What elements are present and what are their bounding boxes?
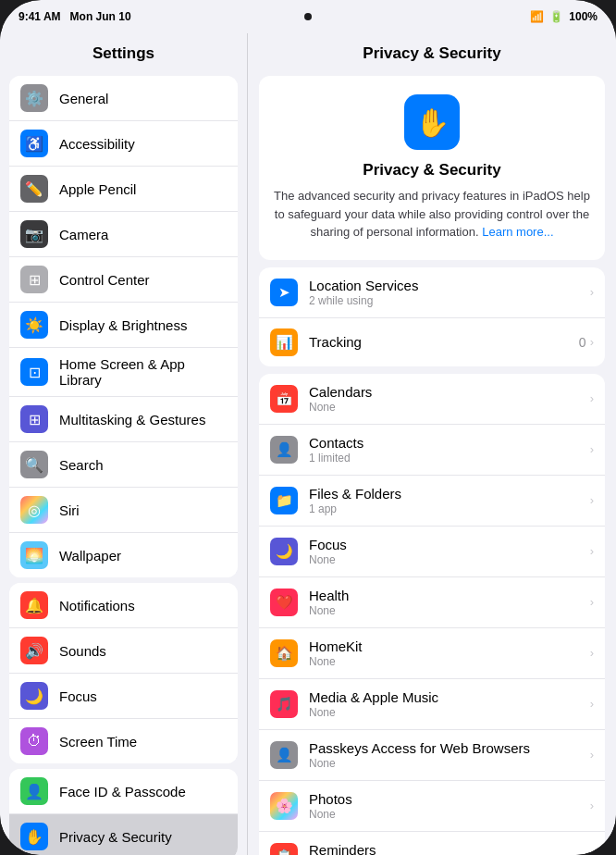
- row-tracking[interactable]: 📊 Tracking 0 ›: [259, 318, 605, 366]
- row-health[interactable]: ❤️ Health None ›: [259, 577, 605, 628]
- notifications-icon: 🔔: [20, 591, 48, 619]
- sidebar-label-siri: Siri: [59, 502, 80, 518]
- health-title: Health: [309, 588, 579, 603]
- sidebar-item-control-center[interactable]: ⊞ Control Center: [9, 257, 238, 303]
- sidebar-item-siri[interactable]: ◎ Siri: [9, 488, 238, 533]
- wifi-icon: 📶: [530, 10, 544, 23]
- reminders-text: Reminders None: [309, 842, 579, 856]
- sidebar-section-3: 👤 Face ID & Passcode ✋ Privacy & Securit…: [9, 769, 238, 855]
- homekit-icon: 🏠: [270, 639, 298, 667]
- location-services-title: Location Services: [309, 278, 579, 293]
- health-text: Health None: [309, 588, 579, 617]
- chevron-icon: ›: [590, 335, 594, 349]
- passkeys-right: ›: [590, 748, 594, 762]
- sidebar-item-screen-time[interactable]: ⏱ Screen Time: [9, 719, 238, 763]
- device-frame: 9:41 AM Mon Jun 10 📶 🔋 100% Settings ⚙️ …: [0, 0, 616, 855]
- main-title: Privacy & Security: [248, 33, 616, 70]
- contacts-text: Contacts 1 limited: [309, 435, 579, 465]
- sidebar-label-home-screen: Home Screen & App Library: [59, 356, 227, 388]
- photos-text: Photos None: [309, 791, 579, 821]
- media-music-title: Media & Apple Music: [309, 689, 579, 705]
- chevron-icon: ›: [590, 544, 594, 558]
- contacts-icon: 👤: [270, 436, 298, 464]
- sidebar-label-face-id: Face ID & Passcode: [59, 784, 186, 799]
- row-media-music[interactable]: 🎵 Media & Apple Music None ›: [259, 679, 605, 730]
- location-services-right: ›: [590, 285, 594, 299]
- homekit-title: HomeKit: [309, 638, 579, 654]
- row-location-services[interactable]: ➤ Location Services 2 while using ›: [259, 267, 605, 318]
- photos-icon: 🌸: [270, 792, 298, 820]
- face-id-icon: 👤: [20, 777, 48, 805]
- row-focus[interactable]: 🌙 Focus None ›: [259, 527, 605, 577]
- contacts-title: Contacts: [309, 435, 579, 451]
- sidebar-item-camera[interactable]: 📷 Camera: [9, 212, 238, 257]
- general-icon: ⚙️: [20, 84, 48, 112]
- chevron-icon: ›: [590, 493, 594, 507]
- location-services-text: Location Services 2 while using: [309, 278, 579, 307]
- sidebar-label-accessibility: Accessibility: [59, 136, 135, 152]
- row-homekit[interactable]: 🏠 HomeKit None ›: [259, 628, 605, 679]
- row-files-folders[interactable]: 📁 Files & Folders 1 app ›: [259, 476, 605, 527]
- tracking-title: Tracking: [309, 334, 568, 350]
- sidebar-item-multitasking[interactable]: ⊞ Multitasking & Gestures: [9, 397, 238, 442]
- learn-more-link[interactable]: Learn more...: [482, 225, 553, 239]
- main-content: Privacy & Security ✋ Privacy & Security …: [248, 33, 616, 855]
- wallpaper-icon: 🌅: [20, 541, 48, 569]
- multitasking-icon: ⊞: [20, 405, 48, 433]
- chevron-icon: ›: [590, 697, 594, 711]
- chevron-icon: ›: [590, 849, 594, 855]
- focus-title: Focus: [309, 537, 579, 552]
- sidebar-item-home-screen[interactable]: ⊡ Home Screen & App Library: [9, 348, 238, 397]
- sidebar-item-focus[interactable]: 🌙 Focus: [9, 674, 238, 719]
- sidebar-item-accessibility[interactable]: ♿ Accessibility: [9, 121, 238, 167]
- location-tracking-section: ➤ Location Services 2 while using › 📊 Tr…: [259, 267, 605, 366]
- sidebar-item-sounds[interactable]: 🔊 Sounds: [9, 628, 238, 674]
- reminders-icon: 📋: [270, 843, 298, 856]
- files-folders-subtitle: 1 app: [309, 502, 579, 515]
- hero-description: The advanced security and privacy featur…: [274, 187, 590, 242]
- sidebar-item-notifications[interactable]: 🔔 Notifications: [9, 583, 238, 628]
- sidebar-item-face-id[interactable]: 👤 Face ID & Passcode: [9, 769, 238, 814]
- sidebar-item-general[interactable]: ⚙️ General: [9, 76, 238, 121]
- row-photos[interactable]: 🌸 Photos None ›: [259, 781, 605, 832]
- focus-right: ›: [590, 544, 594, 558]
- sidebar-label-sounds: Sounds: [59, 643, 106, 659]
- tracking-right: 0 ›: [579, 335, 594, 350]
- sidebar-item-search[interactable]: 🔍 Search: [9, 442, 238, 488]
- sidebar-section-2: 🔔 Notifications 🔊 Sounds 🌙 Focus ⏱ Scree…: [9, 583, 238, 763]
- row-calendars[interactable]: 📅 Calendars None ›: [259, 374, 605, 425]
- files-folders-right: ›: [590, 493, 594, 507]
- chevron-icon: ›: [590, 595, 594, 609]
- focus-privacy-icon: 🌙: [270, 538, 298, 565]
- contacts-right: ›: [590, 442, 594, 456]
- calendars-right: ›: [590, 391, 594, 405]
- calendars-text: Calendars None: [309, 384, 579, 414]
- privacy-security-icon: ✋: [20, 823, 48, 850]
- sidebar-label-apple-pencil: Apple Pencil: [59, 181, 136, 197]
- health-icon: ❤️: [270, 589, 298, 616]
- media-music-icon: 🎵: [270, 690, 298, 718]
- chevron-icon: ›: [590, 285, 594, 299]
- focus-subtitle: None: [309, 553, 579, 566]
- row-reminders[interactable]: 📋 Reminders None ›: [259, 832, 605, 856]
- sidebar-item-apple-pencil[interactable]: ✏️ Apple Pencil: [9, 167, 238, 212]
- sidebar-section-1: ⚙️ General ♿ Accessibility ✏️ Apple Penc…: [9, 76, 238, 577]
- row-passkeys[interactable]: 👤 Passkeys Access for Web Browsers None …: [259, 730, 605, 781]
- calendars-subtitle: None: [309, 401, 579, 414]
- sidebar-item-wallpaper[interactable]: 🌅 Wallpaper: [9, 533, 238, 577]
- focus-text: Focus None: [309, 537, 579, 566]
- sidebar-title: Settings: [0, 33, 247, 70]
- row-contacts[interactable]: 👤 Contacts 1 limited ›: [259, 425, 605, 476]
- homekit-right: ›: [590, 646, 594, 660]
- passkeys-icon: 👤: [270, 741, 298, 769]
- sidebar-item-privacy-security[interactable]: ✋ Privacy & Security: [9, 814, 238, 855]
- files-folders-text: Files & Folders 1 app: [309, 486, 579, 515]
- tracking-count: 0: [579, 335, 586, 350]
- photos-right: ›: [590, 799, 594, 812]
- hero-icon: ✋: [404, 94, 460, 150]
- photos-subtitle: None: [309, 808, 579, 821]
- calendars-title: Calendars: [309, 384, 579, 400]
- media-music-text: Media & Apple Music None: [309, 689, 579, 719]
- sidebar-label-screen-time: Screen Time: [59, 734, 137, 750]
- sidebar-item-display[interactable]: ☀️ Display & Brightness: [9, 303, 238, 348]
